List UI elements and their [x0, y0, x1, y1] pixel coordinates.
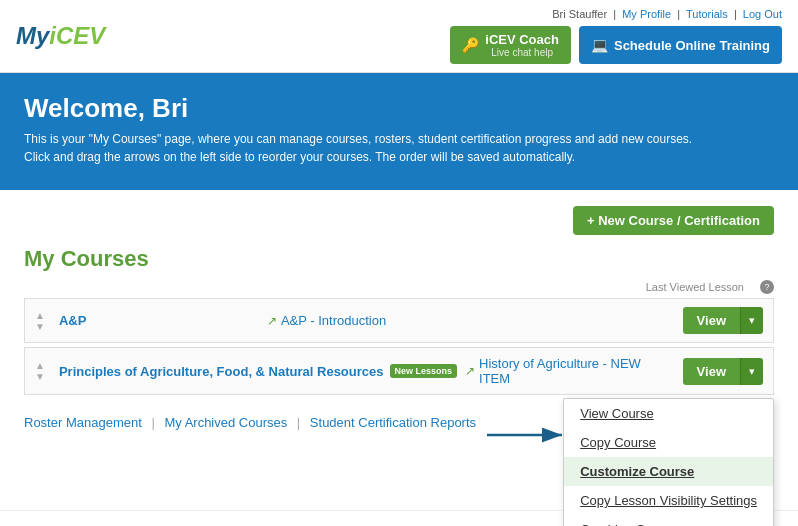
logo: My iCEV	[16, 22, 105, 50]
logo-my: My	[16, 22, 49, 50]
drag-handle[interactable]: ▲ ▼	[35, 360, 45, 382]
view-dropdown-arrow-2[interactable]: ▾	[740, 358, 763, 385]
dropdown-menu: View Course Copy Course Customize Course…	[563, 398, 774, 526]
lesson-link[interactable]: History of Agriculture - NEW ITEM	[479, 356, 675, 386]
icev-coach-button[interactable]: 🔑 iCEV Coach Live chat help	[450, 26, 571, 64]
menu-item-customize-course[interactable]: Customize Course	[564, 457, 773, 486]
arrow-annotation	[482, 420, 572, 453]
coach-label-sub: Live chat help	[485, 47, 559, 58]
last-viewed-label: Last Viewed Lesson	[646, 281, 744, 293]
username: Bri Stauffer	[552, 8, 607, 20]
coach-label-main: iCEV Coach	[485, 32, 559, 47]
view-button-2[interactable]: View	[683, 358, 740, 385]
welcome-heading: Welcome, Bri	[24, 93, 774, 124]
courses-header: Last Viewed Lesson ?	[24, 280, 774, 294]
schedule-label: Schedule Online Training	[614, 38, 770, 53]
top-bar: My iCEV Bri Stauffer | My Profile | Tuto…	[0, 0, 798, 73]
hero-description: This is your "My Courses" page, where yo…	[24, 130, 704, 166]
top-right-area: Bri Stauffer | My Profile | Tutorials | …	[450, 8, 782, 64]
view-button[interactable]: View	[683, 307, 740, 334]
schedule-training-button[interactable]: 💻 Schedule Online Training	[579, 26, 782, 64]
lesson-link-icon: ↗	[267, 314, 277, 328]
tutorials-link[interactable]: Tutorials	[686, 8, 728, 20]
logo-icev: iCEV	[49, 22, 105, 50]
course-row: ▲ ▼ Principles of Agriculture, Food, & N…	[24, 347, 774, 395]
log-out-link[interactable]: Log Out	[743, 8, 782, 20]
course-row: ▲ ▼ A&P ↗ A&P - Introduction View ▾	[24, 298, 774, 343]
coach-icon: 🔑	[462, 37, 479, 53]
help-icon[interactable]: ?	[760, 280, 774, 294]
course-name-link[interactable]: A&P	[59, 313, 259, 328]
view-dropdown-arrow[interactable]: ▾	[740, 307, 763, 334]
lesson-link[interactable]: A&P - Introduction	[281, 313, 386, 328]
archived-courses-link[interactable]: My Archived Courses	[164, 415, 287, 430]
drag-handle[interactable]: ▲ ▼	[35, 310, 45, 332]
menu-item-combine-courses[interactable]: Combine Courses	[564, 515, 773, 526]
view-btn-group: View ▾	[683, 307, 763, 334]
menu-item-view-course[interactable]: View Course	[564, 399, 773, 428]
certification-reports-link[interactable]: Student Certification Reports	[310, 415, 476, 430]
content-area: + New Course / Certification My Courses …	[0, 190, 798, 510]
new-lessons-badge: New Lessons	[390, 364, 458, 378]
lesson-link-icon: ↗	[465, 364, 475, 378]
action-buttons: 🔑 iCEV Coach Live chat help 💻 Schedule O…	[450, 26, 782, 64]
menu-item-copy-course[interactable]: Copy Course	[564, 428, 773, 457]
new-course-button[interactable]: + New Course / Certification	[573, 206, 774, 235]
menu-item-copy-visibility[interactable]: Copy Lesson Visibility Settings	[564, 486, 773, 515]
my-courses-title: My Courses	[24, 246, 774, 272]
lesson-area: ↗ History of Agriculture - NEW ITEM	[465, 356, 675, 386]
schedule-icon: 💻	[591, 37, 608, 53]
lesson-area: ↗ A&P - Introduction	[267, 313, 675, 328]
view-btn-group-2: View ▾	[683, 358, 763, 385]
course-name-link[interactable]: Principles of Agriculture, Food, & Natur…	[59, 364, 384, 379]
my-profile-link[interactable]: My Profile	[622, 8, 671, 20]
hero-banner: Welcome, Bri This is your "My Courses" p…	[0, 73, 798, 190]
user-links: Bri Stauffer | My Profile | Tutorials | …	[552, 8, 782, 20]
roster-management-link[interactable]: Roster Management	[24, 415, 142, 430]
